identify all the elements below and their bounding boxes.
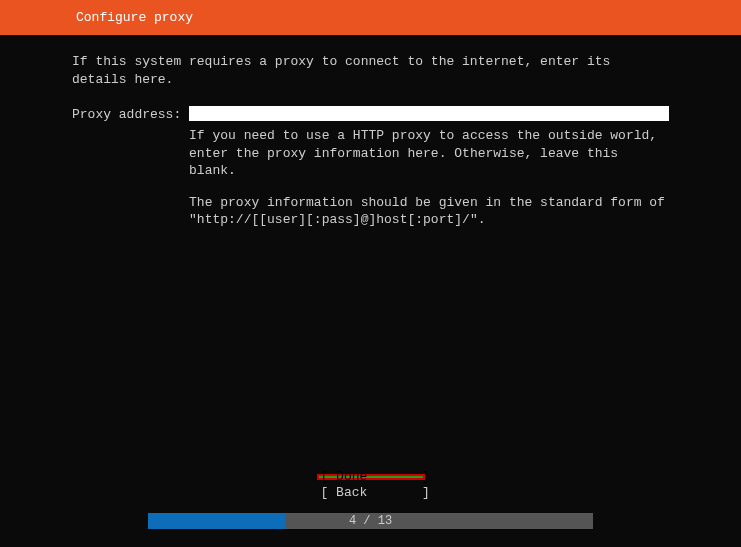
proxy-address-label: Proxy address: (72, 106, 189, 122)
proxy-help-line2: The proxy information should be given in… (189, 194, 669, 229)
done-button[interactable]: [ Done ] (319, 476, 423, 478)
proxy-help-line1: If you need to use a HTTP proxy to acces… (189, 127, 669, 180)
proxy-help-text: If you need to use a HTTP proxy to acces… (189, 127, 669, 229)
progress-bar: 4 / 13 (148, 513, 593, 529)
proxy-right-column: If you need to use a HTTP proxy to acces… (189, 106, 669, 243)
main-content: If this system requires a proxy to conne… (0, 35, 741, 243)
proxy-address-input[interactable] (189, 106, 669, 121)
intro-text: If this system requires a proxy to conne… (72, 53, 669, 88)
done-button-highlight: [ Done ] (317, 474, 425, 480)
back-button[interactable]: [ Back ] (319, 484, 423, 501)
button-group: [ Done ] [ Back ] (0, 469, 741, 501)
window-header: Configure proxy (0, 0, 741, 35)
proxy-row: Proxy address: If you need to use a HTTP… (72, 106, 669, 243)
progress-label: 4 / 13 (148, 514, 593, 528)
page-title: Configure proxy (76, 10, 193, 25)
